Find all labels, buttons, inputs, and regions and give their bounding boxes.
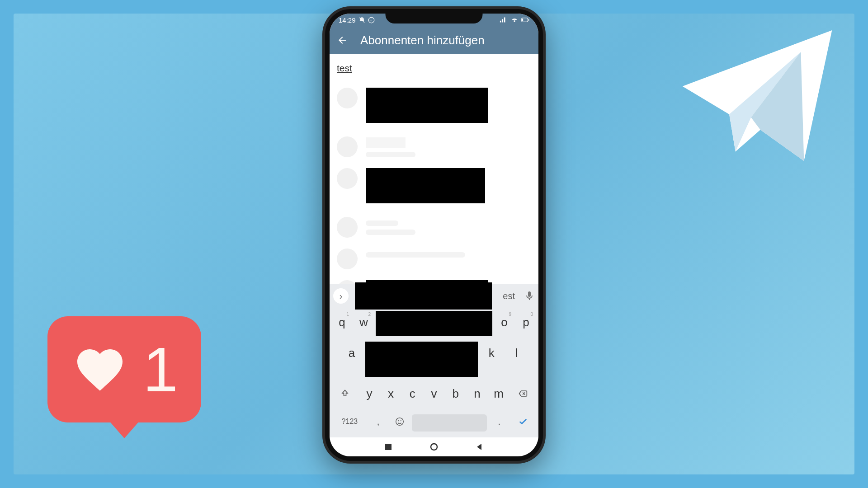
like-notification-bubble: 1 xyxy=(47,316,201,422)
svg-point-1 xyxy=(368,17,374,23)
recent-apps-button[interactable] xyxy=(384,442,393,451)
redacted-block xyxy=(365,342,478,377)
shift-key[interactable] xyxy=(332,382,358,405)
page-title: Abonnenten hinzufügen xyxy=(360,33,485,47)
contact-item[interactable] xyxy=(330,163,538,211)
redacted-block xyxy=(366,88,488,123)
svg-rect-4 xyxy=(522,19,523,21)
search-row xyxy=(330,54,538,82)
avatar xyxy=(337,249,358,269)
key-a[interactable]: a xyxy=(340,342,363,364)
whatsapp-icon xyxy=(368,17,375,23)
contact-item[interactable] xyxy=(330,82,538,131)
emoji-key[interactable] xyxy=(390,410,409,433)
svg-point-9 xyxy=(431,444,437,450)
suggestion-text[interactable]: est xyxy=(498,291,519,301)
on-screen-keyboard: › est 1q 2w 9o 0p a k l xyxy=(330,284,538,437)
phone-device-frame: 14:29 Abonnenten hinzufügen xyxy=(322,6,546,464)
microphone-icon[interactable] xyxy=(524,291,535,301)
key-w[interactable]: 2w xyxy=(354,311,373,333)
keyboard-row-2: a k l xyxy=(330,339,538,380)
avatar xyxy=(337,217,358,238)
key-q[interactable]: 1q xyxy=(332,311,352,333)
key-l[interactable]: l xyxy=(505,342,528,364)
key-k[interactable]: k xyxy=(480,342,503,364)
avatar xyxy=(337,88,358,108)
like-count: 1 xyxy=(143,333,178,406)
avatar xyxy=(337,168,358,189)
svg-point-5 xyxy=(396,418,404,426)
keyboard-expand-button[interactable]: › xyxy=(333,288,349,304)
numbers-key[interactable]: ?123 xyxy=(333,410,366,433)
contact-item[interactable] xyxy=(330,131,538,163)
redacted-block xyxy=(355,282,492,310)
key-n[interactable]: n xyxy=(467,382,487,405)
battery-icon xyxy=(521,17,529,23)
emoji-icon xyxy=(395,417,405,427)
enter-key[interactable] xyxy=(511,410,535,433)
avatar xyxy=(337,136,358,157)
phone-notch xyxy=(386,9,483,23)
key-o[interactable]: 9o xyxy=(495,311,514,333)
backspace-key[interactable] xyxy=(510,382,536,405)
contact-list[interactable] xyxy=(330,82,538,284)
svg-point-7 xyxy=(401,420,401,421)
redacted-block xyxy=(376,311,492,336)
android-nav-bar xyxy=(330,437,538,456)
comma-key[interactable]: , xyxy=(369,410,388,433)
keyboard-row-1: 1q 2w 9o 0p xyxy=(330,308,538,339)
home-button[interactable] xyxy=(429,442,439,451)
signal-icon xyxy=(500,17,508,23)
period-key[interactable]: . xyxy=(490,410,509,433)
contact-item[interactable] xyxy=(330,211,538,243)
heart-icon xyxy=(71,343,129,397)
status-time: 14:29 xyxy=(339,16,356,24)
key-m[interactable]: m xyxy=(489,382,509,405)
placeholder-line xyxy=(366,152,415,157)
back-arrow-icon[interactable] xyxy=(337,35,348,46)
suggestion-row: › est xyxy=(330,284,538,308)
redacted-block xyxy=(366,137,406,148)
placeholder-line xyxy=(366,252,465,258)
keyboard-row-3: y x c v b n m xyxy=(330,380,538,408)
key-y[interactable]: y xyxy=(360,382,379,405)
key-x[interactable]: x xyxy=(381,382,401,405)
contact-item[interactable] xyxy=(330,243,538,275)
app-header: Abonnenten hinzufügen xyxy=(330,26,538,54)
space-key[interactable] xyxy=(412,414,487,432)
back-button[interactable] xyxy=(475,442,484,451)
key-b[interactable]: b xyxy=(446,382,465,405)
svg-point-6 xyxy=(398,420,399,421)
wifi-icon xyxy=(510,17,519,23)
search-input[interactable] xyxy=(337,63,531,74)
keyboard-bottom-row: ?123 , . xyxy=(330,408,538,436)
key-c[interactable]: c xyxy=(403,382,422,405)
redacted-block xyxy=(366,168,485,203)
placeholder-line xyxy=(366,230,415,235)
key-p[interactable]: 0p xyxy=(516,311,536,333)
key-v[interactable]: v xyxy=(425,382,444,405)
placeholder-line xyxy=(366,221,398,226)
alarm-off-icon xyxy=(359,17,365,23)
telegram-plane-icon xyxy=(674,27,841,167)
svg-rect-8 xyxy=(385,444,392,450)
phone-screen: 14:29 Abonnenten hinzufügen xyxy=(330,14,538,456)
svg-rect-3 xyxy=(528,19,529,21)
